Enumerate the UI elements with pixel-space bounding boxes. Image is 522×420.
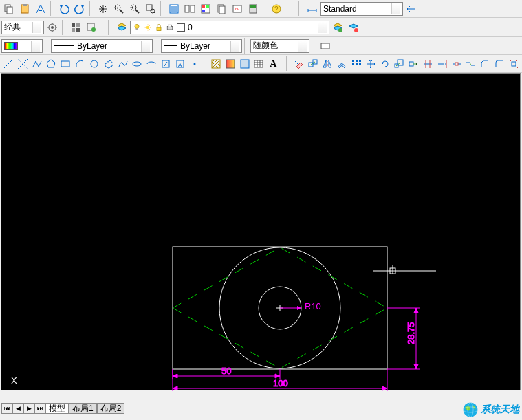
globe-icon: [461, 401, 479, 419]
table-button[interactable]: [252, 56, 266, 71]
layer-manager-button[interactable]: [114, 20, 129, 35]
svg-rect-37: [76, 23, 80, 27]
plotstyle-dropdown[interactable]: 随颜色: [250, 39, 309, 53]
dimstyle-label: Standard: [323, 4, 357, 14]
extend-button[interactable]: [435, 56, 449, 71]
layer-state-button[interactable]: [330, 20, 345, 35]
region-button[interactable]: [238, 56, 252, 71]
layer-prev-button[interactable]: [346, 20, 361, 35]
svg-point-35: [51, 26, 54, 29]
linetype-preview-icon: [54, 45, 74, 46]
xline-button[interactable]: [16, 56, 30, 71]
break-button[interactable]: [450, 56, 464, 71]
svg-rect-39: [76, 28, 80, 32]
arc-button[interactable]: [73, 56, 87, 71]
svg-point-56: [133, 62, 141, 66]
join-button[interactable]: [464, 56, 478, 71]
svg-rect-22: [202, 10, 205, 12]
rectangle-button[interactable]: [58, 56, 72, 71]
tab-scroll-first[interactable]: ⏮: [1, 403, 12, 414]
zoom-win-button[interactable]: [143, 1, 158, 16]
tab-scroll[interactable]: ⏮ ◀ ▶ ⏭: [1, 403, 45, 414]
polygon-button[interactable]: [44, 56, 58, 71]
properties-button[interactable]: [166, 1, 182, 16]
ucs-label: X: [11, 375, 17, 386]
markup-button[interactable]: [230, 1, 245, 16]
line-button[interactable]: [1, 56, 15, 71]
radius-label: R10: [305, 301, 321, 311]
svg-rect-3: [23, 4, 27, 6]
svg-rect-1: [7, 7, 12, 14]
redo-button[interactable]: [72, 1, 87, 16]
watermark-text: 系统天地: [481, 404, 519, 416]
svg-point-49: [354, 28, 358, 32]
dim-50: 50: [173, 366, 280, 379]
drawing-canvas[interactable]: R10 50 100 28,75: [1, 73, 521, 390]
make-block-button[interactable]: A: [173, 56, 187, 71]
array-button[interactable]: [349, 56, 363, 71]
copy-obj-button[interactable]: [306, 56, 320, 71]
dim-update-button[interactable]: [404, 1, 419, 16]
sheet-set-button[interactable]: [214, 1, 229, 16]
tab-scroll-last[interactable]: ⏭: [34, 403, 45, 414]
match-button[interactable]: [33, 1, 48, 16]
fillet-button[interactable]: [492, 56, 506, 71]
workspace-dropdown[interactable]: 经典: [1, 21, 44, 34]
design-center-button[interactable]: [182, 1, 197, 16]
stretch-button[interactable]: [406, 56, 420, 71]
mirror-button[interactable]: [320, 56, 334, 71]
spline-button[interactable]: [116, 56, 130, 71]
pan-button[interactable]: [96, 1, 111, 16]
point-button[interactable]: [188, 56, 202, 71]
trim-button[interactable]: [421, 56, 435, 71]
chamfer-button[interactable]: [478, 56, 492, 71]
svg-rect-20: [202, 5, 205, 8]
mtext-button[interactable]: A: [266, 56, 280, 71]
undo-button[interactable]: [56, 1, 72, 16]
block-ref-button[interactable]: [68, 20, 83, 35]
workspace-settings-button[interactable]: [45, 20, 60, 35]
lightbulb-on-icon: [133, 23, 141, 32]
hatch-button[interactable]: [209, 56, 223, 71]
svg-text:A: A: [178, 62, 182, 68]
svg-point-44: [146, 25, 150, 29]
tool-palette-button[interactable]: [198, 1, 213, 16]
block-edit-button[interactable]: [84, 20, 99, 35]
svg-rect-54: [61, 61, 69, 67]
zoom-rt-button[interactable]: +: [111, 1, 127, 16]
ellipse-arc-button[interactable]: [144, 56, 158, 71]
paste-button[interactable]: [17, 1, 32, 16]
insert-block-button[interactable]: [159, 56, 173, 71]
dimstyle-button[interactable]: [305, 1, 320, 16]
svg-rect-63: [241, 60, 249, 68]
calc-button[interactable]: [246, 1, 261, 16]
tab-model[interactable]: 模型: [45, 403, 69, 414]
ellipse-button[interactable]: [130, 56, 144, 71]
gradient-button[interactable]: [224, 56, 237, 71]
prop-extra-button[interactable]: [318, 38, 333, 54]
offset-button[interactable]: [335, 56, 349, 71]
linetype-dropdown[interactable]: ByLayer: [51, 39, 153, 53]
tab-scroll-prev[interactable]: ◀: [12, 403, 23, 414]
dimstyle-dropdown[interactable]: Standard: [320, 2, 403, 16]
revcloud-button[interactable]: [102, 56, 116, 71]
explode-button[interactable]: [507, 56, 521, 71]
pline-button[interactable]: [30, 56, 44, 71]
scale-button[interactable]: [392, 56, 406, 71]
plotstyle-label: 随颜色: [253, 40, 278, 52]
zoom-prev-button[interactable]: [127, 1, 142, 16]
lineweight-dropdown[interactable]: ByLayer: [161, 39, 242, 53]
copy-button[interactable]: [1, 1, 17, 16]
layer-dropdown[interactable]: 0: [130, 21, 329, 34]
svg-point-60: [193, 63, 195, 65]
lineweight-label: ByLayer: [180, 41, 210, 51]
tab-scroll-next[interactable]: ▶: [23, 403, 34, 414]
help-button[interactable]: ?: [269, 1, 284, 16]
color-dropdown[interactable]: [1, 39, 43, 53]
tab-layout1[interactable]: 布局1: [69, 403, 97, 414]
erase-button[interactable]: [292, 56, 306, 71]
rotate-button[interactable]: [378, 56, 392, 71]
circle-button[interactable]: [87, 56, 101, 71]
move-button[interactable]: [364, 56, 378, 71]
tab-layout2[interactable]: 布局2: [97, 403, 125, 414]
